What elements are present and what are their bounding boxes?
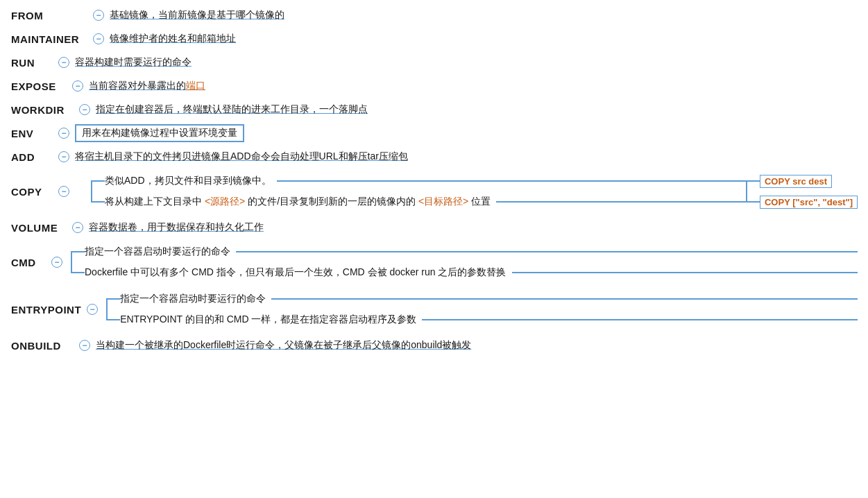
copy-line2-container: 将从构建上下文目录中 <源路径> 的文件/目录复制到新的一层的镜像内的 <目标路… <box>91 191 746 212</box>
maintainer-keyword: MAINTAINER <box>11 33 87 45</box>
copy-middle: 类似ADD，拷贝文件和目录到镜像中。 将从构建上下文目录中 <源路径> 的文件/… <box>91 171 746 212</box>
main-diagram: FROM − 基础镜像，当前新镜像是基于哪个镜像的 MAINTAINER − 镜… <box>11 6 858 355</box>
expose-collapse[interactable]: − <box>72 80 83 92</box>
entrypoint-middle: 指定一个容器启动时要运行的命令 ENTRYPOINT 的目的和 CMD 一样，都… <box>106 289 858 330</box>
entrypoint-line2-container: ENTRYPOINT 的目的和 CMD 一样，都是在指定容器启动程序及参数 <box>106 309 858 330</box>
from-collapse[interactable]: − <box>93 10 104 21</box>
add-desc: 将宿主机目录下的文件拷贝进镜像且ADD命令会自动处理URL和解压tar压缩包 <box>75 151 408 163</box>
maintainer-row: MAINTAINER − 镜像维护者的姓名和邮箱地址 <box>11 29 858 49</box>
copy-right-h1 <box>746 180 760 182</box>
cmd-collapse[interactable]: − <box>51 257 62 268</box>
workdir-row: WORKDIR − 指定在创建容器后，终端默认登陆的进来工作目录，一个落脚点 <box>11 100 858 119</box>
volume-row: VOLUME − 容器数据卷，用于数据保存和持久化工作 <box>11 218 858 237</box>
onbuild-desc: 当构建一个被继承的Dockerfile时运行命令，父镜像在被子继承后父镜像的on… <box>96 339 471 352</box>
cmd-section: CMD − 指定一个容器启动时要运行的命令 Dockerfile 中可以有多个 … <box>11 241 858 283</box>
cmd-keyword: CMD <box>11 257 46 268</box>
run-collapse[interactable]: − <box>58 57 69 68</box>
cmd-h2 <box>71 272 85 273</box>
env-keyword: ENV <box>11 128 53 139</box>
cmd-line2-ext <box>512 272 858 273</box>
expose-keyword: EXPOSE <box>11 80 67 92</box>
copy-section: COPY − 类似ADD，拷贝文件和目录到镜像中。 将从构建上下文目录中 <源路… <box>11 171 858 212</box>
entrypoint-h1 <box>106 298 120 300</box>
cmd-v-line <box>71 251 72 273</box>
cmd-h1 <box>71 251 85 252</box>
copy-syntax2-row: COPY ["src", "dest"] <box>746 191 858 212</box>
workdir-keyword: WORKDIR <box>11 104 74 116</box>
copy-syntax2: COPY ["src", "dest"] <box>760 196 858 209</box>
onbuild-row: ONBUILD − 当构建一个被继承的Dockerfile时运行命令，父镜像在被… <box>11 336 858 355</box>
from-row: FROM − 基础镜像，当前新镜像是基于哪个镜像的 <box>11 6 858 25</box>
run-row: RUN − 容器构建时需要运行的命令 <box>11 53 858 72</box>
maintainer-collapse[interactable]: − <box>93 33 104 44</box>
copy-line2: 将从构建上下文目录中 <源路径> 的文件/目录复制到新的一层的镜像内的 <目标路… <box>105 196 491 208</box>
cmd-line2-container: Dockerfile 中可以有多个 CMD 指令，但只有最后一个生效，CMD 会… <box>71 262 858 283</box>
copy-syntax1: COPY src dest <box>760 175 832 188</box>
expose-row: EXPOSE − 当前容器对外暴露出的端口 <box>11 76 858 96</box>
entrypoint-section: ENTRYPOINT − 指定一个容器启动时要运行的命令 ENTRYPOINT … <box>11 289 858 330</box>
entrypoint-line1: 指定一个容器启动时要运行的命令 <box>120 293 266 305</box>
entrypoint-line1-container: 指定一个容器启动时要运行的命令 <box>106 289 858 309</box>
copy-line1-container: 类似ADD，拷贝文件和目录到镜像中。 <box>91 171 746 191</box>
copy-syntax1-row: COPY src dest <box>746 171 858 191</box>
volume-keyword: VOLUME <box>11 222 67 234</box>
copy-left: COPY − <box>11 171 91 212</box>
add-collapse[interactable]: − <box>58 151 69 162</box>
entrypoint-keyword: ENTRYPOINT <box>11 304 81 316</box>
from-keyword: FROM <box>11 10 87 22</box>
maintainer-desc: 镜像维护者的姓名和邮箱地址 <box>110 33 236 45</box>
env-row: ENV − 用来在构建镜像过程中设置环境变量 <box>11 123 858 143</box>
volume-collapse[interactable]: − <box>72 222 83 233</box>
copy-collapse[interactable]: − <box>58 186 69 197</box>
env-desc: 用来在构建镜像过程中设置环境变量 <box>75 124 244 142</box>
run-desc: 容器构建时需要运行的命令 <box>75 56 192 69</box>
copy-h-connector-2 <box>91 201 105 203</box>
onbuild-collapse[interactable]: − <box>79 340 90 351</box>
volume-desc: 容器数据卷，用于数据保存和持久化工作 <box>89 221 264 234</box>
entrypoint-collapse[interactable]: − <box>87 304 98 315</box>
copy-line2-ext <box>496 201 746 203</box>
copy-v-line <box>91 180 92 203</box>
copy-right-branches: COPY src dest COPY ["src", "dest"] <box>746 171 858 212</box>
entrypoint-left: ENTRYPOINT − <box>11 289 106 330</box>
run-keyword: RUN <box>11 57 53 69</box>
entrypoint-line1-ext <box>271 298 858 300</box>
copy-line1-ext <box>277 180 746 182</box>
cmd-middle: 指定一个容器启动时要运行的命令 Dockerfile 中可以有多个 CMD 指令… <box>71 241 858 283</box>
entrypoint-v-line <box>106 298 108 320</box>
entrypoint-line2: ENTRYPOINT 的目的和 CMD 一样，都是在指定容器启动程序及参数 <box>120 314 416 326</box>
entrypoint-line2-ext <box>422 319 858 320</box>
copy-right-h2 <box>746 201 760 203</box>
add-row: ADD − 将宿主机目录下的文件拷贝进镜像且ADD命令会自动处理URL和解压ta… <box>11 147 858 166</box>
cmd-line2: Dockerfile 中可以有多个 CMD 指令，但只有最后一个生效，CMD 会… <box>85 266 507 279</box>
copy-line1: 类似ADD，拷贝文件和目录到镜像中。 <box>105 175 271 187</box>
env-collapse[interactable]: − <box>58 128 69 139</box>
cmd-line1: 指定一个容器启动时要运行的命令 <box>85 246 230 258</box>
expose-desc: 当前容器对外暴露出的端口 <box>89 80 205 92</box>
entrypoint-h2 <box>106 319 120 320</box>
onbuild-keyword: ONBUILD <box>11 340 74 352</box>
cmd-line1-container: 指定一个容器启动时要运行的命令 <box>71 241 858 262</box>
from-desc: 基础镜像，当前新镜像是基于哪个镜像的 <box>110 9 284 22</box>
copy-right-v-line <box>746 180 747 203</box>
copy-keyword: COPY <box>11 186 53 198</box>
cmd-line1-ext <box>236 251 858 252</box>
copy-h-connector-1 <box>91 180 105 182</box>
workdir-collapse[interactable]: − <box>79 104 90 115</box>
workdir-desc: 指定在创建容器后，终端默认登陆的进来工作目录，一个落脚点 <box>96 103 368 116</box>
add-keyword: ADD <box>11 151 53 163</box>
cmd-left: CMD − <box>11 241 71 283</box>
